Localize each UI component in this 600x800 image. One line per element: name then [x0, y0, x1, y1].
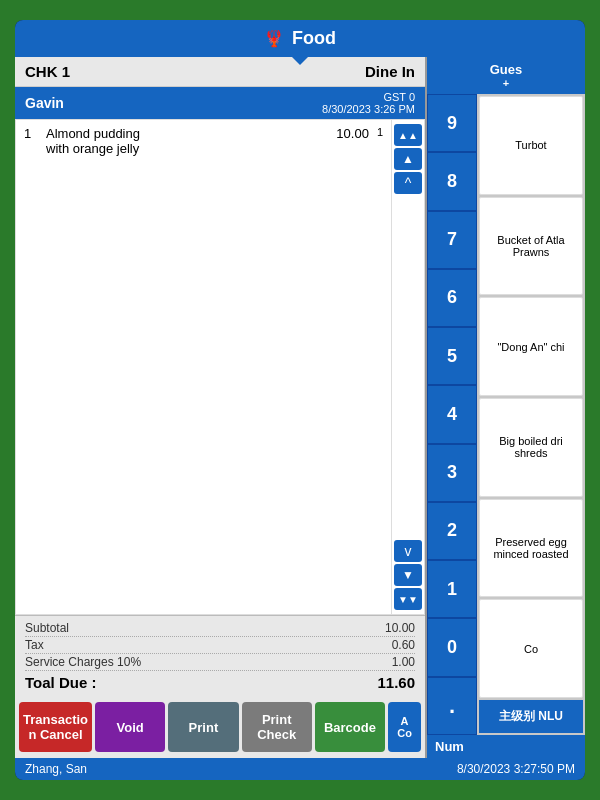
- gst-info: GST 0 8/30/2023 3:26 PM: [322, 91, 415, 115]
- tax-value: 0.60: [392, 638, 415, 652]
- num-9-button[interactable]: 9: [427, 94, 477, 152]
- scroll-controls: ▲▲ ▲ ^ v ▼ ▼▼: [391, 120, 424, 614]
- order-list: 1 Almond puddingwith orange jelly 10.00 …: [16, 120, 391, 614]
- service-value: 1.00: [392, 655, 415, 669]
- order-item: 1 Almond puddingwith orange jelly 10.00 …: [24, 126, 383, 156]
- menu-item-turbot[interactable]: Turbot: [479, 96, 583, 195]
- nlu-button[interactable]: 主级别 NLU: [479, 700, 583, 733]
- service-row: Service Charges 10% 1.00: [25, 654, 415, 671]
- numpad: 9 8 7 6 5 4 3 2 1 0 .: [427, 94, 477, 735]
- header-bar: 🦞 Food: [15, 20, 585, 57]
- main-area: CHK 1 Dine In Gavin GST 0 8/30/2023 3:26…: [15, 57, 585, 758]
- menu-item-preserved-egg[interactable]: Preserved egg minced roasted: [479, 499, 583, 598]
- num-4-button[interactable]: 4: [427, 385, 477, 443]
- menu-item-prawns[interactable]: Bucket of Atla Prawns: [479, 197, 583, 296]
- due-label: Toal Due :: [25, 674, 96, 691]
- total-due-row: Toal Due : 11.60: [25, 673, 415, 692]
- num-dot-button[interactable]: .: [427, 677, 477, 735]
- menu-item-co[interactable]: Co: [479, 599, 583, 698]
- header-title: Food: [292, 28, 336, 49]
- subtotal-value: 10.00: [385, 621, 415, 635]
- extra-button[interactable]: A Co: [388, 702, 421, 752]
- customer-row: Gavin GST 0 8/30/2023 3:26 PM: [15, 87, 425, 119]
- scroll-caret-down-button[interactable]: v: [394, 540, 422, 562]
- item-price: 10.00: [319, 126, 369, 156]
- item-name: Almond puddingwith orange jelly: [46, 126, 313, 156]
- num-5-button[interactable]: 5: [427, 327, 477, 385]
- num-2-button[interactable]: 2: [427, 502, 477, 560]
- num-6-button[interactable]: 6: [427, 269, 477, 327]
- dine-type: Dine In: [365, 63, 415, 80]
- scroll-down-button[interactable]: ▼: [394, 564, 422, 586]
- scroll-caret-up-button[interactable]: ^: [394, 172, 422, 194]
- footer-bar: Zhang, San 8/30/2023 3:27:50 PM: [15, 758, 585, 780]
- num-0-button[interactable]: 0: [427, 618, 477, 676]
- footer-user: Zhang, San: [25, 762, 87, 776]
- check-id: CHK 1: [25, 63, 70, 80]
- order-area: 1 Almond puddingwith orange jelly 10.00 …: [15, 119, 425, 615]
- subtotal-row: Subtotal 10.00: [25, 620, 415, 637]
- num-3-button[interactable]: 3: [427, 444, 477, 502]
- tax-label: Tax: [25, 638, 44, 652]
- food-icon: 🦞: [264, 29, 284, 48]
- scroll-up-button[interactable]: ▲: [394, 148, 422, 170]
- print-button[interactable]: Print: [168, 702, 238, 752]
- action-buttons: Transactio n Cancel Void Print Print Che…: [15, 696, 425, 758]
- gst-label: GST 0: [322, 91, 415, 103]
- numpad-menu-area: 9 8 7 6 5 4 3 2 1 0 . Turbot Bucket of A…: [427, 94, 585, 735]
- due-value: 11.60: [377, 674, 415, 691]
- print-check-button[interactable]: Print Check: [242, 702, 312, 752]
- guest-header: Gues +: [427, 57, 585, 94]
- left-panel: CHK 1 Dine In Gavin GST 0 8/30/2023 3:26…: [15, 57, 425, 758]
- service-label: Service Charges 10%: [25, 655, 141, 669]
- pos-screen: 🦞 Food CHK 1 Dine In Gavin GST 0 8/30/20…: [15, 20, 585, 780]
- menu-items-panel: Turbot Bucket of Atla Prawns "Dong An" c…: [477, 94, 585, 735]
- customer-name: Gavin: [25, 95, 64, 111]
- menu-item-dong-an[interactable]: "Dong An" chi: [479, 297, 583, 396]
- totals-area: Subtotal 10.00 Tax 0.60 Service Charges …: [15, 615, 425, 696]
- check-info-row: CHK 1 Dine In: [15, 57, 425, 87]
- guest-label: Gues: [432, 62, 580, 77]
- scroll-bottom-button[interactable]: ▼▼: [394, 588, 422, 610]
- num-8-button[interactable]: 8: [427, 152, 477, 210]
- num-7-button[interactable]: 7: [427, 211, 477, 269]
- check-datetime: 8/30/2023 3:26 PM: [322, 103, 415, 115]
- barcode-button[interactable]: Barcode: [315, 702, 385, 752]
- scroll-top-button[interactable]: ▲▲: [394, 124, 422, 146]
- void-button[interactable]: Void: [95, 702, 165, 752]
- footer-datetime: 8/30/2023 3:27:50 PM: [457, 762, 575, 776]
- num-1-button[interactable]: 1: [427, 560, 477, 618]
- cancel-button[interactable]: Transactio n Cancel: [19, 702, 92, 752]
- menu-item-big-boiled[interactable]: Big boiled dri shreds: [479, 398, 583, 497]
- item-qty: 1: [377, 126, 383, 156]
- tax-row: Tax 0.60: [25, 637, 415, 654]
- guest-plus: +: [432, 77, 580, 89]
- right-panel: Gues + 9 8 7 6 5 4 3 2 1 0 .: [425, 57, 585, 758]
- item-num: 1: [24, 126, 40, 156]
- num-label: Num: [427, 735, 585, 758]
- subtotal-label: Subtotal: [25, 621, 69, 635]
